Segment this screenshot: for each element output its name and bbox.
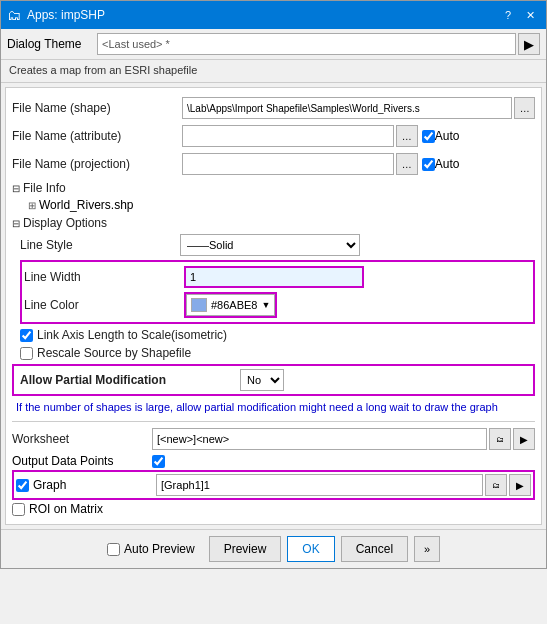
worksheet-actions: 🗂 ▶: [487, 428, 535, 450]
line-color-swatch: [191, 298, 207, 312]
link-axis-label: Link Axis Length to Scale(isometric): [37, 328, 227, 342]
auto-attribute-checkbox[interactable]: [422, 130, 435, 143]
worksheet-value: [152, 428, 487, 450]
title-bar: 🗂 Apps: impSHP ? ✕: [1, 1, 546, 29]
graph-checkbox-wrap: Graph: [16, 478, 156, 492]
footer: Auto Preview Preview OK Cancel »: [1, 529, 546, 568]
roi-label: ROI on Matrix: [29, 502, 103, 516]
file-name-shape-label: File Name (shape): [12, 101, 182, 115]
title-controls: ? ✕: [498, 6, 540, 24]
graph-browse[interactable]: 🗂: [485, 474, 507, 496]
allow-partial-label: Allow Partial Modification: [20, 373, 240, 387]
line-style-row: Line Style ——Solid - - Dashed .. Dotted: [20, 232, 535, 258]
line-width-input[interactable]: [184, 266, 364, 288]
roi-checkbox[interactable]: [12, 503, 25, 516]
dialog-theme-row: Dialog Theme ▶: [1, 29, 546, 60]
line-width-highlighted-box: Line Width Line Color #86ABE8 ▼: [20, 260, 535, 324]
file-name-shape-browse[interactable]: …: [514, 97, 535, 119]
window-icon: 🗂: [7, 7, 21, 23]
file-name-attribute-row: File Name (attribute) … Auto: [12, 122, 535, 150]
worksheet-browse[interactable]: 🗂: [489, 428, 511, 450]
file-name-shape-row: File Name (shape) …: [12, 94, 535, 122]
allow-partial-row: Allow Partial Modification No Yes: [12, 364, 535, 396]
worksheet-row: Worksheet 🗂 ▶: [12, 426, 535, 452]
rescale-label: Rescale Source by Shapefile: [37, 346, 191, 360]
main-window: 🗂 Apps: impSHP ? ✕ Dialog Theme ▶ Create…: [0, 0, 547, 569]
output-data-points-row: Output Data Points: [12, 452, 535, 470]
line-width-label: Line Width: [24, 270, 184, 284]
color-dropdown-icon: ▼: [261, 300, 270, 310]
main-content: File Name (shape) … File Name (attribute…: [5, 87, 542, 525]
auto-preview-wrap: Auto Preview: [107, 542, 195, 556]
worksheet-arrow[interactable]: ▶: [513, 428, 535, 450]
auto-attribute-label: Auto: [435, 129, 460, 143]
dialog-theme-input[interactable]: [97, 33, 516, 55]
dialog-theme-label: Dialog Theme: [7, 37, 97, 51]
line-style-select[interactable]: ——Solid - - Dashed .. Dotted: [180, 234, 360, 256]
file-info-header: ⊟ File Info: [12, 178, 535, 197]
description-text: Creates a map from an ESRI shapefile: [1, 60, 546, 83]
auto-projection-checkbox[interactable]: [422, 158, 435, 171]
file-info-filename: World_Rivers.shp: [39, 198, 133, 212]
file-info-label: File Info: [23, 181, 66, 195]
auto-projection-label: Auto: [435, 157, 460, 171]
graph-checkbox[interactable]: [16, 479, 29, 492]
file-info-expand-icon: ⊞: [28, 200, 36, 211]
info-text: If the number of shapes is large, allow …: [12, 398, 535, 417]
file-name-projection-input[interactable]: [182, 153, 394, 175]
line-style-label: Line Style: [20, 238, 180, 252]
file-name-attribute-input[interactable]: [182, 125, 394, 147]
roi-row: ROI on Matrix: [12, 500, 535, 518]
file-name-projection-browse[interactable]: …: [396, 153, 418, 175]
display-options-header: ⊟ Display Options: [12, 213, 535, 232]
divider-1: [12, 421, 535, 422]
worksheet-input[interactable]: [152, 428, 487, 450]
graph-label: Graph: [33, 478, 66, 492]
allow-partial-select[interactable]: No Yes: [240, 369, 284, 391]
file-info-collapse[interactable]: ⊟: [12, 183, 20, 194]
line-color-text: #86ABE8: [211, 299, 257, 311]
file-info-item: ⊞ World_Rivers.shp: [12, 197, 535, 213]
line-width-row: Line Width: [24, 264, 531, 290]
file-name-shape-input[interactable]: [182, 97, 512, 119]
double-arrow-button[interactable]: »: [414, 536, 440, 562]
line-style-value: ——Solid - - Dashed .. Dotted: [180, 234, 535, 256]
display-options-content: Line Style ——Solid - - Dashed .. Dotted …: [12, 232, 535, 362]
help-button[interactable]: ?: [498, 6, 518, 24]
dialog-theme-arrow[interactable]: ▶: [518, 33, 540, 55]
close-button[interactable]: ✕: [520, 6, 540, 24]
rescale-checkbox[interactable]: [20, 347, 33, 360]
line-color-row: Line Color #86ABE8 ▼: [24, 290, 531, 320]
output-data-points-label: Output Data Points: [12, 454, 152, 468]
ok-button[interactable]: OK: [287, 536, 334, 562]
link-axis-checkbox[interactable]: [20, 329, 33, 342]
graph-input[interactable]: [156, 474, 483, 496]
display-options-collapse[interactable]: ⊟: [12, 218, 20, 229]
display-options-label: Display Options: [23, 216, 107, 230]
link-axis-row: Link Axis Length to Scale(isometric): [20, 326, 535, 344]
line-color-value: #86ABE8 ▼: [184, 292, 531, 318]
file-name-attribute-browse[interactable]: …: [396, 125, 418, 147]
window-title: Apps: impSHP: [27, 8, 498, 22]
cancel-button[interactable]: Cancel: [341, 536, 408, 562]
preview-button[interactable]: Preview: [209, 536, 282, 562]
graph-row: Graph 🗂 ▶: [12, 470, 535, 500]
allow-partial-value: No Yes: [240, 369, 284, 391]
file-name-projection-row: File Name (projection) … Auto: [12, 150, 535, 178]
line-color-btn-wrap: #86ABE8 ▼: [184, 292, 277, 318]
line-width-value: [184, 266, 531, 288]
rescale-row: Rescale Source by Shapefile: [20, 344, 535, 362]
auto-preview-label: Auto Preview: [124, 542, 195, 556]
output-data-points-checkbox[interactable]: [152, 455, 165, 468]
line-color-button[interactable]: #86ABE8 ▼: [186, 294, 275, 316]
graph-arrow[interactable]: ▶: [509, 474, 531, 496]
graph-actions: 🗂 ▶: [483, 474, 531, 496]
file-name-projection-label: File Name (projection): [12, 157, 182, 171]
worksheet-label: Worksheet: [12, 432, 152, 446]
auto-preview-checkbox[interactable]: [107, 543, 120, 556]
line-color-label: Line Color: [24, 298, 184, 312]
file-name-attribute-label: File Name (attribute): [12, 129, 182, 143]
